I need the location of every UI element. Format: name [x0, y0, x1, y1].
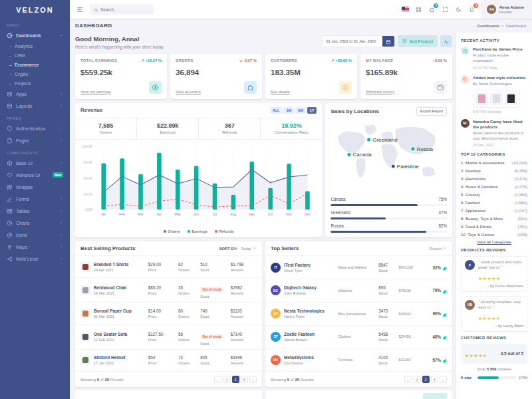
fullscreen-button[interactable]: [440, 4, 451, 15]
sidebar-subitem-analytics[interactable]: Analytics: [0, 41, 70, 51]
revenue-filter-1y[interactable]: 1Y: [307, 107, 317, 114]
kpi-link[interactable]: See details: [271, 90, 290, 94]
sidebar-subitem-crypto[interactable]: Crypto: [0, 69, 70, 78]
notifications-button[interactable]: 3: [466, 4, 477, 15]
calendar-button[interactable]: [382, 36, 394, 47]
sidebar-item-advance-ui[interactable]: Advance UINew: [0, 169, 70, 181]
category-row-electronics[interactable]: 3. Electronics(3,479): [461, 176, 527, 181]
results-summary: Showing 5 of 25 Results: [80, 378, 124, 382]
view-all-categories-link[interactable]: View all Categories: [461, 240, 527, 244]
page-button-[interactable]: →: [440, 376, 448, 383]
sidebar-item-pages[interactable]: Pages: [0, 134, 70, 146]
category-row-fashion[interactable]: 6. Fashion(1,582): [461, 200, 527, 205]
page-button-2[interactable]: 2: [232, 376, 239, 383]
sidebar-section-label: COMPONENTS: [0, 146, 70, 157]
hamburger-menu-button[interactable]: [75, 5, 85, 15]
page-button-[interactable]: →: [249, 376, 257, 383]
kpi-link[interactable]: Withdraw money: [366, 90, 394, 94]
sidebar-item-dashboards[interactable]: Dashboards: [0, 29, 70, 41]
dark-mode-button[interactable]: [453, 4, 464, 15]
product-thumbnail[interactable]: [505, 92, 517, 105]
page-button-3[interactable]: 3: [241, 376, 248, 383]
seller-row-itest-factory[interactable]: iTiTest FactoryOliver TylerBags and Wall…: [265, 255, 452, 279]
app-logo[interactable]: VELZON: [0, 0, 70, 19]
search-input[interactable]: [100, 7, 148, 12]
trend-badge: ↗ +16.24 %: [141, 59, 162, 63]
seller-row-meta4systems[interactable]: M4Meta4SystemsZoe DennisFurniture4100Sto…: [265, 348, 452, 371]
cart-button[interactable]: 7: [426, 4, 438, 15]
product-thumbnail[interactable]: [475, 92, 488, 105]
product-image: [80, 332, 90, 342]
sidebar-item-apps[interactable]: Apps: [0, 88, 70, 100]
sidebar-subitem-crm[interactable]: CRM: [0, 51, 70, 60]
product-row-branded-t-shirts[interactable]: Branded T-Shirts24 Apr 2021$29.00Price62…: [75, 255, 262, 277]
product-thumbnail[interactable]: [490, 92, 503, 105]
category-row-grocery[interactable]: 5. Grocery(1,950): [461, 192, 527, 197]
sidebar-item-tables[interactable]: Tables: [0, 205, 70, 217]
map-marker-palestine[interactable]: [392, 164, 396, 168]
date-range-input[interactable]: [323, 36, 382, 47]
top-categories-list: 1. Mobile & Accessories(10,294)2. Deskto…: [461, 160, 527, 237]
export-report-button[interactable]: Export Report: [416, 107, 447, 116]
user-menu[interactable]: AA Anna Adame Founder: [481, 0, 532, 19]
page-button-[interactable]: ←: [214, 376, 222, 383]
chevron-right-icon: [59, 257, 63, 261]
sidebar-item-base-ui[interactable]: Base UI: [0, 157, 70, 169]
breadcrumb-parent[interactable]: Dashboards: [477, 23, 499, 28]
legend-item-earnings[interactable]: Earnings: [188, 229, 207, 233]
sidebar-item-maps[interactable]: Maps: [0, 241, 70, 253]
page-button-1[interactable]: 1: [414, 376, 421, 383]
product-row-one-seater-sofa[interactable]: One Seater Sofa11 Feb 2021$127.50Price56…: [75, 325, 262, 349]
add-product-button[interactable]: Add Product: [398, 35, 438, 47]
map-marker-russia[interactable]: [411, 146, 415, 150]
report-dropdown[interactable]: Report: [430, 246, 447, 251]
category-row-mobile-accessories[interactable]: 1. Mobile & Accessories(10,294): [461, 160, 527, 165]
revenue-filter-1m[interactable]: 1M: [283, 107, 294, 114]
page-button-3[interactable]: 3: [431, 376, 438, 383]
category-row-home-furniture[interactable]: 4. Home & Furniture(2,275): [461, 184, 527, 189]
map-marker-greenland[interactable]: [367, 137, 371, 141]
category-row-toys-games[interactable]: 10. Toys & Games(239): [461, 232, 527, 237]
sidebar-item-widgets[interactable]: Widgets: [0, 181, 70, 193]
sidebar-subitem-projects[interactable]: Projects: [0, 78, 70, 88]
category-row-beauty-toys-more[interactable]: 8. Beauty, Toys & More(924): [461, 216, 527, 221]
category-row-appliances[interactable]: 7. Appliances(1,037): [461, 208, 527, 213]
product-row-bentwood-chair[interactable]: Bentwood Chair19 Mar 2021$85.20Price35Or…: [75, 277, 262, 302]
sidebar-item-forms[interactable]: Forms: [0, 193, 70, 205]
sidebar-item-multi-level[interactable]: Multi Level: [0, 253, 70, 265]
seller-row-nesta-technologies[interactable]: NTNesta TechnologiesHarley FullerBike Ac…: [265, 302, 452, 325]
kpi-link[interactable]: View net earnings: [80, 90, 111, 94]
sidebar-item-icons[interactable]: Icons: [0, 229, 70, 241]
category-row-food-drinks[interactable]: 9. Food & Drinks(701): [461, 224, 527, 229]
bottom-right-button[interactable]: [423, 393, 447, 399]
product-row-borosil-paper-cup[interactable]: Borosil Paper Cup01 Mar 2021$14.00Price8…: [75, 302, 262, 324]
sort-by-dropdown[interactable]: SORT BY: Today: [219, 246, 257, 251]
company-logo: iT: [271, 263, 281, 273]
seller-row-digitech-galaxy[interactable]: DGDigitech GalaxyJohn RobertsWatches895S…: [265, 279, 452, 302]
category-row-desktop[interactable]: 2. Desktop(6,256): [461, 168, 527, 173]
chevron-right-icon: [59, 209, 63, 213]
page-button-2[interactable]: 2: [422, 376, 430, 383]
kpi-link[interactable]: View all orders: [176, 90, 201, 94]
revenue-filter-all[interactable]: ALL: [270, 107, 283, 114]
sidebar-subitem-ecommerce[interactable]: Ecommerce: [0, 60, 70, 69]
sidebar-item-layouts[interactable]: Layouts: [0, 100, 70, 112]
product-row-stillbird-helmet[interactable]: Stillbird Helmet17 Jan 2021$54Price74Ord…: [75, 349, 262, 371]
product-image: [80, 262, 90, 272]
legend-item-refunds[interactable]: Refunds: [215, 229, 234, 233]
seller-row-zoetic-fashion[interactable]: ZFZoetic FashionJames BowenClothes5488St…: [265, 325, 452, 348]
page-button-[interactable]: ←: [404, 376, 412, 383]
sidebar-item-authentication[interactable]: Authentication: [0, 122, 70, 134]
activity-shortcut-button[interactable]: [440, 35, 452, 47]
location-row-russia: Russia82%: [331, 223, 447, 233]
revenue-chart-svg: 0.0030.0060.0090.00120.00JanFebMarAprMay…: [78, 142, 319, 226]
language-flag-button[interactable]: [400, 4, 411, 15]
sidebar-item-charts[interactable]: Charts: [0, 217, 70, 229]
legend-item-orders[interactable]: Orders: [164, 229, 180, 233]
map-marker-canada[interactable]: [347, 152, 351, 156]
search-box[interactable]: [90, 4, 154, 15]
revenue-filter-6m[interactable]: 6M: [295, 107, 306, 114]
company-logo: NT: [271, 309, 281, 319]
page-button-1[interactable]: 1: [223, 376, 231, 383]
apps-grid-button[interactable]: [413, 4, 424, 15]
